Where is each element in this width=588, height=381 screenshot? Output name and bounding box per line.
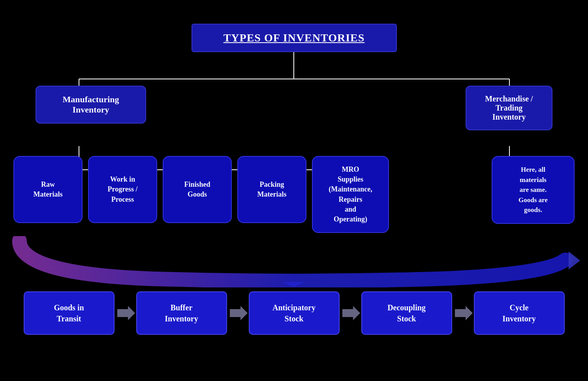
arrow-icon-1 bbox=[115, 306, 135, 320]
finished-goods-box: FinishedGoods bbox=[163, 156, 232, 223]
raw-materials-label: RawMaterials bbox=[34, 180, 63, 199]
title-box: TYPES OF INVENTORIES bbox=[192, 24, 397, 52]
cycle-inventory-label: CycleInventory bbox=[502, 302, 535, 324]
goods-in-transit-box: Goods inTransit bbox=[24, 291, 115, 335]
mro-box: MROSupplies(Maintenance, RepairsandOpera… bbox=[312, 156, 389, 233]
raw-materials-box: RawMaterials bbox=[13, 156, 83, 223]
decoupling-stock-box: DecouplingStock bbox=[361, 291, 452, 335]
packing-materials-box: PackingMaterials bbox=[237, 156, 306, 223]
wip-label: Work inProgress /Process bbox=[108, 175, 138, 205]
manufacturing-label: ManufacturingInventory bbox=[63, 94, 119, 114]
cycle-inventory-box: CycleInventory bbox=[474, 291, 565, 335]
anticipatory-stock-box: AnticipatoryStock bbox=[249, 291, 340, 335]
decoupling-stock-label: DecouplingStock bbox=[387, 302, 426, 324]
svg-marker-16 bbox=[342, 306, 360, 320]
packing-materials-label: PackingMaterials bbox=[257, 180, 287, 199]
wip-box: Work inProgress /Process bbox=[88, 156, 157, 223]
curved-arrow-svg bbox=[8, 236, 580, 287]
svg-marker-15 bbox=[230, 306, 248, 320]
merch-desc-box: Here, allmaterialsare same.Goods aregood… bbox=[492, 156, 575, 224]
arrow-icon-4 bbox=[453, 306, 473, 320]
svg-marker-14 bbox=[117, 306, 135, 320]
finished-goods-label: FinishedGoods bbox=[184, 180, 210, 199]
arrow-4 bbox=[452, 305, 474, 321]
manufacturing-box: ManufacturingInventory bbox=[36, 86, 146, 124]
svg-marker-12 bbox=[569, 251, 580, 270]
mro-label: MROSupplies(Maintenance, RepairsandOpera… bbox=[317, 165, 383, 224]
merchandise-box: Merchandise /TradingInventory bbox=[466, 86, 552, 130]
buffer-inventory-box: BufferInventory bbox=[136, 291, 227, 335]
arrow-icon-2 bbox=[228, 306, 248, 320]
merch-desc-label: Here, allmaterialsare same.Goods aregood… bbox=[518, 165, 548, 215]
goods-in-transit-label: Goods inTransit bbox=[54, 302, 84, 324]
arrow-1 bbox=[115, 305, 136, 321]
boxes-layer: TYPES OF INVENTORIES ManufacturingInvent… bbox=[8, 8, 580, 335]
anticipatory-stock-label: AnticipatoryStock bbox=[272, 302, 316, 324]
title-text: TYPES OF INVENTORIES bbox=[224, 32, 365, 44]
arrow-2 bbox=[227, 305, 249, 321]
arrow-3 bbox=[340, 305, 361, 321]
diagram-container: TYPES OF INVENTORIES ManufacturingInvent… bbox=[0, 0, 588, 381]
merchandise-label: Merchandise /TradingInventory bbox=[485, 94, 533, 121]
svg-marker-17 bbox=[455, 306, 473, 320]
arrow-icon-3 bbox=[340, 306, 360, 320]
buffer-inventory-label: BufferInventory bbox=[165, 302, 198, 324]
